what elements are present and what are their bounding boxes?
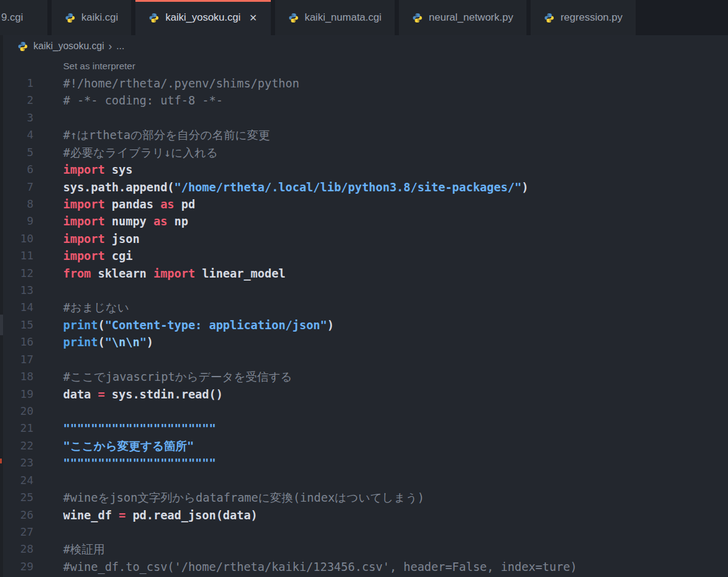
breadcrumb-more[interactable]: ... xyxy=(117,41,124,52)
line-number: 2 xyxy=(0,92,33,109)
code-text: # -*- coding: utf-8 -*- xyxy=(63,92,223,109)
python-icon xyxy=(149,13,159,23)
line-number: 1 xyxy=(0,75,33,92)
line-number: 27 xyxy=(0,524,33,541)
code-area[interactable]: 1#!/home/rtheta/.pyenv/shims/python2# -*… xyxy=(0,75,728,575)
line-number: 13 xyxy=(0,282,33,299)
code-text: import sys xyxy=(63,161,132,178)
tab-kaiki_numata.cgi[interactable]: kaiki_numata.cgi xyxy=(275,0,395,35)
tab-label: 9.cgi xyxy=(1,12,23,24)
tab-label: neural_network.py xyxy=(429,12,513,24)
python-icon xyxy=(412,13,423,23)
code-line[interactable]: 16print("\n\n") xyxy=(0,333,728,350)
activity-bar-badge xyxy=(0,315,3,335)
line-number: 21 xyxy=(0,420,33,437)
code-line[interactable]: 7sys.path.append("/home/rtheta/.local/li… xyxy=(0,179,728,196)
code-line[interactable]: 22"ここから変更する箇所" xyxy=(0,437,728,454)
code-line[interactable]: 15print("Content-type: application/json"… xyxy=(0,316,728,333)
code-line[interactable]: 13 xyxy=(0,282,728,299)
line-number: 18 xyxy=(0,368,33,385)
code-line[interactable]: 25#wineをjson文字列からdataframeに変換(indexはついてし… xyxy=(0,489,728,506)
line-number: 24 xyxy=(0,472,33,489)
code-line[interactable]: 6import sys xyxy=(0,161,728,178)
tab-kaiki.cgi[interactable]: kaiki.cgi xyxy=(52,0,131,35)
codelens-set-interpreter[interactable]: Set as interpreter xyxy=(0,57,728,75)
overview-ruler-marker xyxy=(0,459,2,463)
code-text: wine_df = pd.read_json(data) xyxy=(63,507,257,524)
code-line[interactable]: 12from sklearn import linear_model xyxy=(0,265,728,282)
code-line[interactable]: 10import json xyxy=(0,230,728,247)
code-text: import numpy as np xyxy=(63,213,188,230)
code-line[interactable]: 28#検証用 xyxy=(0,541,728,558)
code-text: #wine_df.to_csv('/home/rtheta/kaiki/1234… xyxy=(63,558,577,575)
tab-regression.py[interactable]: regression.py xyxy=(531,0,636,35)
activity-bar-edge xyxy=(0,35,3,577)
code-text: #!/home/rtheta/.pyenv/shims/python xyxy=(63,75,299,92)
tab-label: regression.py xyxy=(560,12,622,24)
code-text: """""""""""""""""""""" xyxy=(63,420,216,437)
line-number: 25 xyxy=(0,489,33,506)
line-number: 14 xyxy=(0,299,33,316)
line-number: 5 xyxy=(0,144,33,161)
line-number: 3 xyxy=(0,109,33,126)
line-number: 29 xyxy=(0,558,33,575)
code-text: sys.path.append("/home/rtheta/.local/lib… xyxy=(63,179,528,196)
line-number: 8 xyxy=(0,196,33,213)
code-line[interactable]: 27 xyxy=(0,524,728,541)
line-number: 17 xyxy=(0,351,33,368)
line-number: 6 xyxy=(0,161,33,178)
close-icon[interactable]: ✕ xyxy=(249,12,257,24)
code-line[interactable]: 26wine_df = pd.read_json(data) xyxy=(0,507,728,524)
python-icon xyxy=(288,13,299,23)
code-text: print("\n\n") xyxy=(63,333,154,350)
code-text: #↑はrthetaの部分を自分の名前に変更 xyxy=(63,126,270,143)
code-line[interactable]: 18#ここでjavascriptからデータを受信する xyxy=(0,368,728,385)
python-icon xyxy=(65,13,75,23)
code-text: import json xyxy=(63,230,140,247)
code-line[interactable]: 24 xyxy=(0,472,728,489)
line-number: 15 xyxy=(0,316,33,333)
python-icon xyxy=(544,13,554,23)
code-line[interactable]: 3 xyxy=(0,109,728,126)
code-line[interactable]: 8import pandas as pd xyxy=(0,196,728,213)
code-line[interactable]: 21"""""""""""""""""""""" xyxy=(0,420,728,437)
tab-label: kaiki.cgi xyxy=(81,12,118,24)
line-number: 23 xyxy=(0,454,33,471)
tab-label: kaiki_numata.cgi xyxy=(305,12,382,24)
code-line[interactable]: 17 xyxy=(0,351,728,368)
line-number: 26 xyxy=(0,507,33,524)
line-number: 9 xyxy=(0,213,33,230)
code-line[interactable]: 29#wine_df.to_csv('/home/rtheta/kaiki/12… xyxy=(0,558,728,575)
editor-tab-bar: 9.cgikaiki.cgikaiki_yosoku.cgi✕kaiki_num… xyxy=(0,0,728,35)
line-number: 28 xyxy=(0,541,33,558)
line-number: 10 xyxy=(0,230,33,247)
breadcrumb-file[interactable]: kaiki_yosoku.cgi xyxy=(33,41,104,52)
tab-neural_network.py[interactable]: neural_network.py xyxy=(399,0,526,35)
code-text: import cgi xyxy=(63,247,132,264)
code-text: #検証用 xyxy=(63,541,104,558)
code-text: import pandas as pd xyxy=(63,196,195,213)
code-line[interactable]: 11import cgi xyxy=(0,247,728,264)
code-line[interactable]: 9import numpy as np xyxy=(0,213,728,230)
code-text: #おまじない xyxy=(63,299,129,316)
tab-9.cgi[interactable]: 9.cgi xyxy=(0,0,47,35)
line-number: 7 xyxy=(0,179,33,196)
tab-kaiki_yosoku.cgi[interactable]: kaiki_yosoku.cgi✕ xyxy=(135,0,270,35)
code-line[interactable]: 1#!/home/rtheta/.pyenv/shims/python xyxy=(0,75,728,92)
line-number: 20 xyxy=(0,403,33,420)
tab-label: kaiki_yosoku.cgi xyxy=(165,12,240,24)
code-text: """""""""""""""""""""" xyxy=(63,454,216,471)
code-line[interactable]: 14#おまじない xyxy=(0,299,728,316)
breadcrumb: kaiki_yosoku.cgi › ... xyxy=(0,35,728,57)
code-line[interactable]: 2# -*- coding: utf-8 -*- xyxy=(0,92,728,109)
line-number: 16 xyxy=(0,333,33,350)
code-line[interactable]: 23"""""""""""""""""""""" xyxy=(0,454,728,471)
vscode-window: 9.cgikaiki.cgikaiki_yosoku.cgi✕kaiki_num… xyxy=(0,0,728,577)
chevron-right-icon: › xyxy=(109,41,112,52)
code-line[interactable]: 20 xyxy=(0,403,728,420)
code-line[interactable]: 5#必要なライブラリ↓に入れる xyxy=(0,144,728,161)
code-line[interactable]: 19data = sys.stdin.read() xyxy=(0,386,728,403)
code-text: print("Content-type: application/json") xyxy=(63,316,334,333)
code-line[interactable]: 4#↑はrthetaの部分を自分の名前に変更 xyxy=(0,126,728,143)
line-number: 12 xyxy=(0,265,33,282)
